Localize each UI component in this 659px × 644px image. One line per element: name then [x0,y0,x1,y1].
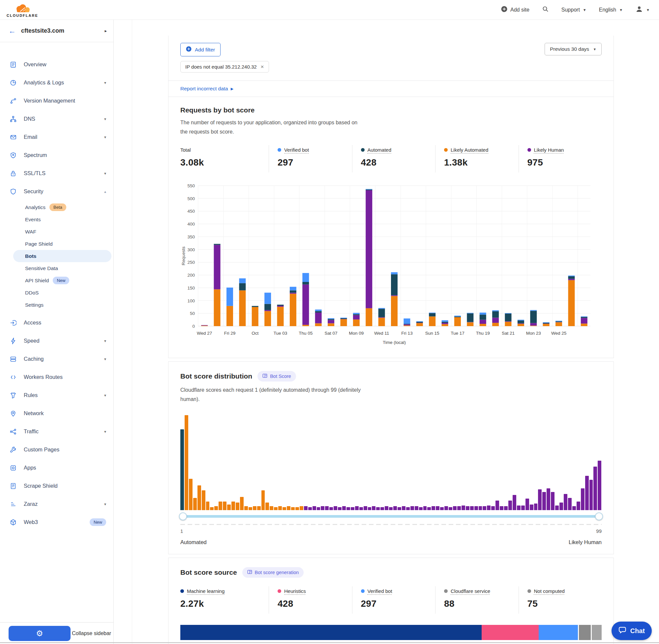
hist-bar-score-24 [278,506,282,510]
hist-bar-score-14 [236,503,239,510]
hist-bar-score-11 [223,502,227,510]
slider-handle-max[interactable] [595,512,603,520]
sidebar-item-scrape-shield[interactable]: Scrape Shield [0,477,113,495]
report-incorrect-data-link[interactable]: Report incorrect data ▶ [180,86,233,92]
stat-heuristics: Heuristics428 [269,586,352,614]
sidebar-item-apps[interactable]: Apps [0,459,113,477]
legend-dot [180,589,184,593]
language-menu[interactable]: English ▼ [599,7,623,13]
hist-bar-score-43 [359,507,363,510]
chevron-right-icon[interactable]: ▸ [104,28,107,33]
sidebar-item-bots[interactable]: Bots [13,250,112,262]
sidebar-item-zaraz[interactable]: Zaraz▾ [0,495,113,513]
sidebar-item-custom-pages[interactable]: Custom Pages [0,440,113,459]
sidebar-item-sensitive-data[interactable]: Sensitive Data [13,262,112,274]
hist-bar-score-36 [329,507,333,510]
hist-bar-score-6 [202,490,205,510]
svg-text:Thu 19: Thu 19 [476,331,490,336]
hist-bar-score-49 [385,506,389,510]
sidebar-item-traffic[interactable]: Traffic▾ [0,422,113,440]
source-seg-cloudflare-service [579,625,590,640]
sidebar-item-speed[interactable]: Speed▾ [0,332,113,350]
gear-icon: ⚙ [36,629,43,638]
settings-gear-button[interactable]: ⚙ [8,626,71,641]
sidebar-item-waf[interactable]: WAF [13,226,112,238]
hist-bar-score-76 [500,506,503,510]
hist-bar-score-2 [185,415,188,510]
hist-bar-score-64 [449,507,452,510]
sidebar-item-settings[interactable]: Settings [13,299,112,311]
chevron-down-icon: ▾ [104,117,106,121]
add-site-button[interactable]: Add site [501,6,529,14]
sidebar-item-email[interactable]: Email▾ [0,128,113,146]
add-filter-button[interactable]: Add filter [180,43,220,56]
ssl-icon [10,170,17,177]
sidebar-item-overview[interactable]: Overview [0,55,113,73]
hist-bar-score-35 [325,506,329,510]
chevron-down-icon: ▼ [646,8,650,12]
hist-bar-score-48 [380,507,384,510]
hist-bar-score-40 [347,507,350,510]
svg-text:Requests: Requests [181,246,186,265]
sidebar-item-network[interactable]: Network [0,404,113,422]
support-menu[interactable]: Support ▼ [561,7,587,13]
search-button[interactable] [542,6,549,14]
traffic-icon [10,428,17,435]
user-icon [635,5,643,15]
svg-text:Fri 29: Fri 29 [224,331,236,336]
chevron-down-icon: ▾ [104,357,106,362]
hist-bar-score-23 [274,507,278,510]
back-arrow-icon[interactable]: ← [8,27,16,35]
bot-score-generation-doc-badge[interactable]: Bot score generation [242,567,304,578]
sidebar-item-page-shield[interactable]: Page Shield [13,238,112,250]
sidebar-item-events[interactable]: Events [13,213,112,226]
sidebar-item-version-management[interactable]: Version Management [0,92,113,110]
sidebar-item-caching[interactable]: Caching▾ [0,350,113,368]
sidebar-item-spectrum[interactable]: Spectrum [0,146,113,164]
chat-button[interactable]: Chat [612,622,652,640]
hist-bar-score-86 [542,492,546,510]
hist-bar-score-1 [180,429,184,510]
sidebar-item-web3[interactable]: Web3New [0,513,113,531]
overview-icon [10,61,17,68]
sidebar-item-access[interactable]: Access [0,314,113,332]
slider-handle-min[interactable] [179,512,187,520]
sidebar-item-rules[interactable]: Rules▾ [0,386,113,404]
web3-icon [10,519,17,526]
sidebar-item-dns[interactable]: DNS▾ [0,110,113,128]
hist-bar-score-5 [197,485,201,510]
collapse-sidebar-button[interactable]: Collapse sidebar [72,630,111,637]
source-stats: Machine learning2.27kHeuristics428Verifi… [180,586,602,614]
sidebar-item-analytics[interactable]: AnalyticsBeta [13,201,112,213]
cloudflare-logo[interactable]: CLOUDFLARE [6,4,38,18]
sidebar-item-analytics-logs[interactable]: Analytics & Logs▾ [0,73,113,92]
hist-bar-score-54 [406,507,410,510]
sidebar-item-ssl-tls[interactable]: SSL/TLS▾ [0,164,113,182]
slider-track [182,515,600,518]
legend-dot [444,148,448,152]
filter-chip[interactable]: IP does not equal 35.212.240.32 × [180,61,269,72]
svg-text:200: 200 [187,273,195,278]
hist-bar-score-92 [568,498,572,510]
hist-bar-score-34 [321,506,324,510]
email-icon [10,134,17,140]
sidebar-item-ddos[interactable]: DDoS [13,286,112,299]
hist-bar-score-33 [317,507,321,510]
stat-verified-bot: Verified bot297 [352,586,436,614]
sidebar-item-workers-routes[interactable]: Workers Routes [0,368,113,386]
svg-text:Mon 09: Mon 09 [349,331,363,336]
hist-bar-score-72 [483,506,486,510]
sidebar-item-api-shield[interactable]: API ShieldNew [13,274,112,286]
hist-bar-score-65 [453,506,456,510]
sidebar-item-security[interactable]: Security▴ [0,182,113,201]
stat-total: Total3.08k [180,145,269,172]
hist-bar-score-46 [372,506,376,510]
bot-score-doc-badge[interactable]: Bot Score [257,371,296,382]
account-menu[interactable]: ▼ [635,5,650,15]
hist-bar-score-80 [517,506,521,510]
hist-bar-score-73 [487,506,491,510]
security-icon [10,188,17,195]
close-icon[interactable]: × [261,64,264,70]
source-seg-not-computed [592,625,602,640]
date-range-dropdown[interactable]: Previous 30 days ▼ [545,43,602,55]
